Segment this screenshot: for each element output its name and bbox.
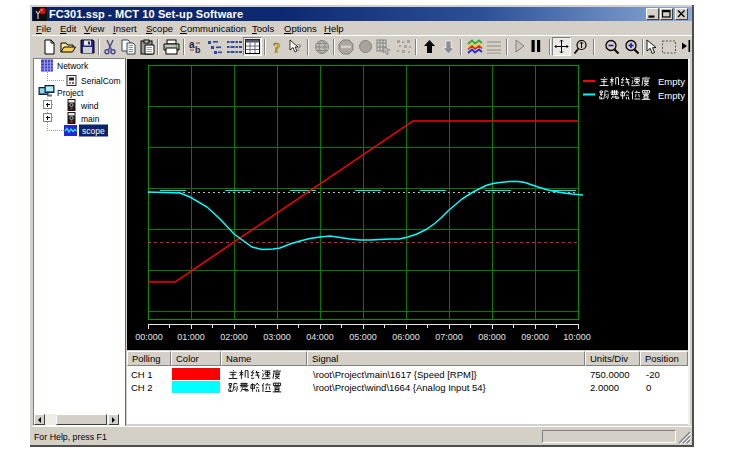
- svg-text:10:000: 10:000: [563, 332, 591, 342]
- svg-text:scope: scope: [82, 126, 105, 136]
- svg-text:Empty: Empty: [658, 90, 685, 101]
- svg-text:02:000: 02:000: [220, 332, 248, 342]
- svg-text:SerialCom: SerialCom: [81, 76, 121, 86]
- svg-text:03:000: 03:000: [263, 332, 291, 342]
- svg-text:?: ?: [273, 40, 281, 55]
- svg-text:05:000: 05:000: [349, 332, 377, 342]
- svg-text:Network: Network: [57, 61, 89, 71]
- svg-text:08:000: 08:000: [478, 332, 506, 342]
- svg-text:main: main: [81, 114, 100, 124]
- svg-text:09:000: 09:000: [521, 332, 549, 342]
- svg-text:wind: wind: [80, 101, 99, 111]
- svg-text:07:000: 07:000: [435, 332, 463, 342]
- svg-text:b: b: [195, 45, 201, 55]
- svg-text:Project: Project: [57, 88, 84, 98]
- svg-text:00:000: 00:000: [135, 332, 163, 342]
- svg-text:?: ?: [296, 41, 302, 53]
- svg-text:04:000: 04:000: [306, 332, 334, 342]
- svg-text:Empty: Empty: [658, 76, 685, 87]
- svg-text:01:000: 01:000: [177, 332, 205, 342]
- svg-text:06:000: 06:000: [392, 332, 420, 342]
